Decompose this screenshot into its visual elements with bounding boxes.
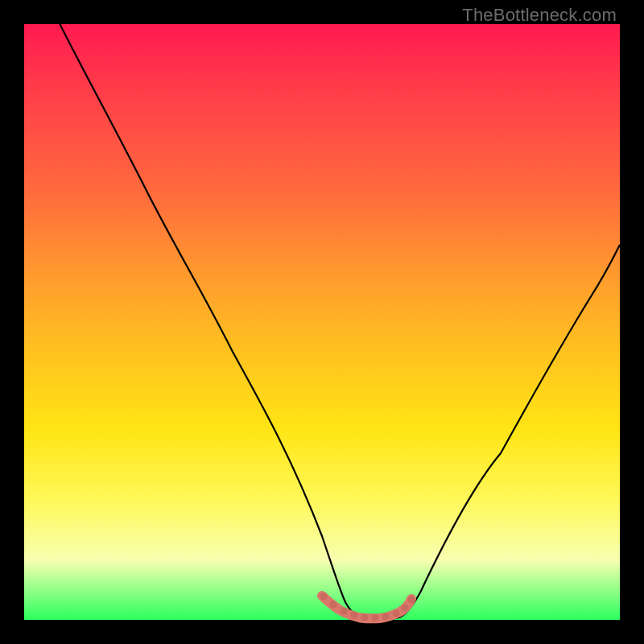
svg-point-8 xyxy=(402,605,409,612)
svg-point-7 xyxy=(393,610,400,617)
chart-frame: TheBottleneck.com xyxy=(0,0,644,644)
svg-point-2 xyxy=(341,608,348,615)
bottleneck-curve xyxy=(60,24,620,620)
plot-area xyxy=(24,24,620,620)
watermark-text: TheBottleneck.com xyxy=(462,5,617,26)
svg-point-1 xyxy=(330,601,337,609)
svg-point-4 xyxy=(361,614,369,621)
svg-point-3 xyxy=(351,612,358,619)
svg-point-9 xyxy=(408,597,415,604)
svg-point-5 xyxy=(372,614,379,621)
chart-svg xyxy=(24,24,620,620)
svg-point-0 xyxy=(320,593,328,601)
svg-point-6 xyxy=(382,613,390,621)
